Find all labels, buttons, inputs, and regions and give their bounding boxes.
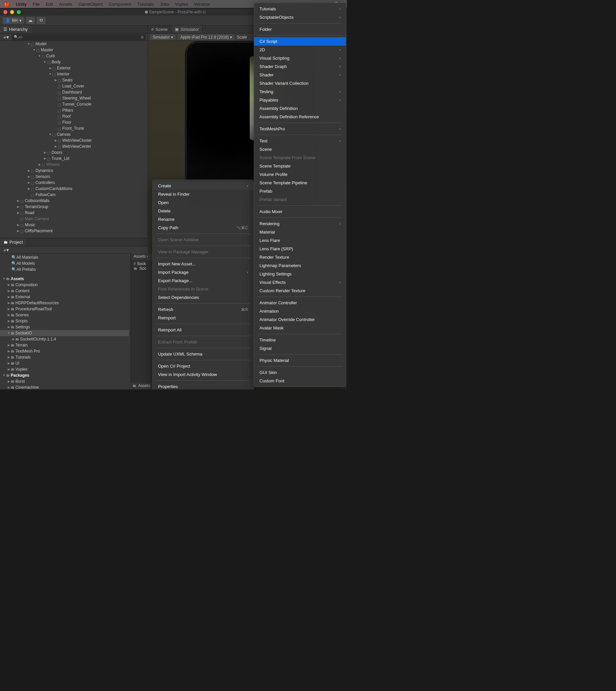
hierarchy-item[interactable]: Main Camera [0,216,148,222]
expand-arrow-icon[interactable] [7,319,11,323]
menu-item[interactable]: Rendering› [254,219,346,228]
device-dropdown[interactable]: Apple iPad Pro 12.9 (2018)▾ [178,34,235,40]
menu-item[interactable]: GUI Skin [254,368,346,377]
hierarchy-item[interactable]: Trunk_Lid [0,155,148,162]
hierarchy-item[interactable]: CustomCarAdditions [0,186,148,192]
menu-item[interactable]: Prefab [254,187,346,195]
expand-arrow-icon[interactable] [7,350,11,353]
menu-item[interactable]: Select Dependencies [153,293,254,301]
hierarchy-search-input[interactable]: 🔍 All ⊞ [12,34,146,40]
expand-arrow-icon[interactable] [16,205,20,208]
menu-item[interactable]: Visual Effects› [254,278,346,287]
minimize-window-button[interactable] [10,10,14,14]
project-item[interactable]: Vuplex [0,366,129,372]
tab-scene[interactable]: #Scene [148,25,171,33]
menu-item[interactable]: Properties [153,382,254,390]
hierarchy-item[interactable]: Front_Trunk [0,125,148,131]
menu-item[interactable]: Assembly Definition [254,104,346,112]
project-item[interactable]: Terrain [0,342,129,348]
project-item[interactable]: ProceduralRoadTool [0,306,129,312]
menu-item[interactable]: Rename [153,215,254,224]
menu-item[interactable]: Text› [254,137,346,145]
menubar-edit[interactable]: Edit [46,2,53,7]
expand-arrow-icon[interactable] [7,343,11,347]
menu-item[interactable]: Export Package... [153,276,254,285]
menu-item[interactable]: Lightmap Parameters [254,261,346,270]
project-item[interactable]: UI [0,360,129,366]
menu-item[interactable]: Import New Asset... [153,260,254,268]
hierarchy-item[interactable]: Tunnel_Console [0,101,148,107]
expand-arrow-icon[interactable] [43,151,47,154]
expand-arrow-icon[interactable] [27,169,31,172]
menu-item[interactable]: Scene Template [254,162,346,170]
expand-arrow-icon[interactable] [48,133,52,136]
hierarchy-item[interactable]: Steering_Wheel [0,95,148,101]
menu-item[interactable]: Timeline [254,336,346,344]
project-item[interactable]: SocketIOUnity-1.1.4 [0,336,129,342]
hierarchy-item[interactable]: Master [0,47,148,53]
history-button[interactable]: ⟲ [37,17,46,24]
hierarchy-item[interactable]: TerrainGroup [0,204,148,210]
expand-arrow-icon[interactable] [32,48,36,51]
menu-item[interactable]: Copy Path⌥⌘C [153,224,254,232]
menubar-window[interactable]: Window [194,2,210,7]
project-item[interactable]: 🔍 All Materials [0,254,129,260]
add-gameobject-button[interactable]: +▾ [2,34,10,40]
expand-arrow-icon[interactable] [16,223,20,227]
hierarchy-item[interactable]: Canvas [0,131,148,138]
menu-item[interactable]: Animator Controller [254,298,346,307]
menubar-assets[interactable]: Assets [59,2,72,7]
hierarchy-item[interactable]: Doors [0,149,148,155]
hierarchy-item[interactable]: Body [0,59,148,65]
menubar-file[interactable]: File [33,2,40,7]
hierarchy-item[interactable]: Floor [0,119,148,125]
menubar-tutorials[interactable]: Tutorials [137,2,154,7]
project-item[interactable]: SocketIO [0,330,129,336]
expand-arrow-icon[interactable] [53,139,58,142]
menu-item[interactable]: Open C# Project [153,362,254,370]
expand-arrow-icon[interactable] [48,72,52,76]
menu-item[interactable]: Lighting Settings [254,270,346,278]
asset-file[interactable]: # Sock [134,261,150,266]
hierarchy-item[interactable]: CollisionWalls [0,198,148,204]
expand-arrow-icon[interactable] [16,229,20,233]
expand-arrow-icon[interactable] [16,199,20,203]
hierarchy-item[interactable]: Exterior [0,65,148,71]
project-item[interactable]: External [0,294,129,300]
hierarchy-item[interactable]: Model [0,41,148,47]
account-button[interactable]: 👤 BH ▾ [3,17,24,24]
hierarchy-item[interactable]: Wheels [0,162,148,168]
expand-arrow-icon[interactable] [38,163,42,166]
menu-item[interactable]: Render Texture [254,253,346,261]
create-submenu[interactable]: Tutorials›ScriptableObjects›FolderC# Scr… [254,3,346,387]
expand-arrow-icon[interactable] [7,361,11,365]
menu-item[interactable]: Physic Material [254,356,346,364]
expand-arrow-icon[interactable] [53,79,58,82]
menu-item[interactable]: Testing› [254,87,346,96]
asset-folder[interactable]: Soc [134,266,150,271]
menu-item[interactable]: Custom Render Texture [254,287,346,295]
project-item[interactable]: 🔍 All Prefabs [0,267,129,272]
project-item[interactable]: Composition [0,282,129,288]
menu-item[interactable]: Open [153,198,254,207]
menu-item[interactable]: Reimport [153,314,254,322]
menu-item[interactable]: Import Package› [153,268,254,276]
expand-arrow-icon[interactable] [53,145,58,148]
menu-item[interactable]: Assembly Definition Reference [254,112,346,121]
expand-arrow-icon[interactable] [7,301,11,305]
hierarchy-item[interactable]: WebViewCenter [0,143,148,149]
menu-item[interactable]: Shader Variant Collection [254,79,346,87]
expand-arrow-icon[interactable] [27,181,31,184]
menu-item[interactable]: Folder [254,25,346,34]
expand-arrow-icon[interactable] [12,337,16,341]
menu-item[interactable]: Reimport All [153,326,254,334]
hierarchy-item[interactable]: Dashboard [0,89,148,95]
menu-item[interactable]: Audio Mixer [254,207,346,216]
project-item[interactable]: Cinemachine [0,384,129,390]
menu-item[interactable]: Lens Flare [254,236,346,245]
menu-item[interactable]: Animation [254,307,346,315]
menu-item[interactable]: Delete [153,207,254,215]
expand-arrow-icon[interactable] [16,211,20,214]
project-add-button[interactable]: +▾ [2,247,10,253]
expand-arrow-icon[interactable] [48,66,52,70]
